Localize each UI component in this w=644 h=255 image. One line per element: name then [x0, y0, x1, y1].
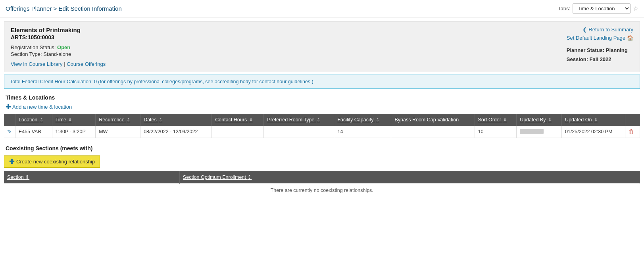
- create-coexisting-btn[interactable]: ✚ Create new coexisting relationship: [4, 155, 100, 168]
- row-recurrence: MW: [96, 126, 140, 138]
- row-dates: 08/22/2022 - 12/09/2022: [140, 126, 212, 138]
- row-bypass: [391, 126, 475, 138]
- sort-time[interactable]: Time ⇕: [56, 117, 72, 123]
- credit-hour-notice: Total Federal Credit Hour Calculation: 0…: [4, 75, 640, 89]
- home-icon: 🏠: [627, 35, 633, 41]
- add-circle-icon: ✚: [6, 103, 11, 111]
- return-to-summary-link[interactable]: ❮ Return to Summary: [567, 27, 633, 33]
- row-location: E455 VAB: [15, 126, 52, 138]
- planner-status: Planner Status: Planning: [567, 47, 633, 53]
- coexisting-heading: Coexisting Sections (meets with): [0, 143, 644, 153]
- col-header-delete: [625, 114, 640, 126]
- col-header-recurrence: Recurrence ⇕: [96, 114, 140, 126]
- times-locations-heading: Times & Locations: [0, 92, 644, 102]
- row-facility-cap: 14: [334, 126, 391, 138]
- col-header-updated-by: Updated By ⇕: [517, 114, 562, 126]
- reg-status-value: Open: [57, 44, 70, 50]
- chevron-left-icon: ❮: [582, 27, 587, 33]
- coexist-col-optimum: Section Optimum Enrollment ⇕: [179, 171, 640, 184]
- course-offerings-link[interactable]: Course Offerings: [67, 61, 106, 67]
- session-info: Session: Fall 2022: [567, 56, 633, 62]
- course-code: ARTS:1050:0003: [11, 34, 106, 40]
- info-card-left: Elements of Printmaking ARTS:1050:0003 R…: [11, 27, 106, 67]
- view-course-library-link[interactable]: View in Course Library: [11, 61, 63, 67]
- info-card: Elements of Printmaking ARTS:1050:0003 R…: [4, 21, 640, 72]
- tabs-area: Tabs: Time & Location General Enrollment…: [558, 3, 638, 14]
- sort-facility-cap[interactable]: Facility Capacity ⇕: [337, 117, 379, 123]
- times-locations-table-wrapper: Location ⇕ Time ⇕ Recurrence ⇕ Dates ⇕ C…: [0, 114, 644, 138]
- view-links: View in Course Library | Course Offering…: [11, 61, 106, 67]
- row-contact-hours: [212, 126, 264, 138]
- edit-icon[interactable]: ✎: [7, 128, 12, 135]
- blurred-updated-by: [520, 129, 544, 134]
- sort-location[interactable]: Location ⇕: [19, 117, 43, 123]
- info-card-right: ❮ Return to Summary Set Default Landing …: [567, 27, 633, 62]
- row-sort-order: 10: [475, 126, 517, 138]
- tabs-dropdown[interactable]: Time & Location General Enrollment Notes: [573, 3, 631, 14]
- col-header-updated-on: Updated On ⇕: [561, 114, 625, 126]
- sort-updated-by[interactable]: Updated By ⇕: [520, 117, 552, 123]
- coexist-col-section: Section ⇕: [4, 171, 179, 184]
- set-default-landing-link[interactable]: Set Default Landing Page 🏠: [567, 35, 633, 41]
- row-updated-by: [517, 126, 562, 138]
- coexisting-empty-message: There are currently no coexisting relati…: [4, 184, 640, 197]
- page-header: Offerings Planner > Edit Section Informa…: [0, 0, 644, 17]
- sort-sort-order[interactable]: Sort Order ⇕: [478, 117, 507, 123]
- return-summary-container: ❮ Return to Summary: [567, 27, 633, 33]
- table-row: ✎ E455 VAB 1:30P - 3:20P MW 08/22/2022 -…: [4, 126, 640, 138]
- registration-status: Registration Status: Open: [11, 44, 106, 50]
- set-default-container: Set Default Landing Page 🏠: [567, 35, 633, 41]
- col-header-preferred-room: Preferred Room Type ⇕: [264, 114, 334, 126]
- favorite-icon[interactable]: ☆: [633, 5, 638, 12]
- reg-status-label: Registration Status:: [11, 44, 57, 50]
- row-edit-cell[interactable]: ✎: [4, 126, 15, 138]
- col-header-sort-order: Sort Order ⇕: [475, 114, 517, 126]
- col-header-contact-hours: Contact Hours ⇕: [212, 114, 264, 126]
- sort-coexist-optimum[interactable]: Section Optimum Enrollment ⇕: [183, 174, 252, 180]
- col-header-time: Time ⇕: [52, 114, 96, 126]
- row-time: 1:30P - 3:20P: [52, 126, 96, 138]
- times-locations-table: Location ⇕ Time ⇕ Recurrence ⇕ Dates ⇕ C…: [4, 114, 640, 138]
- plus-circle-icon: ✚: [9, 158, 14, 165]
- col-header-facility-cap: Facility Capacity ⇕: [334, 114, 391, 126]
- add-time-location-link[interactable]: ✚ Add a new time & location: [0, 102, 77, 114]
- sort-recurrence[interactable]: Recurrence ⇕: [99, 117, 130, 123]
- coexisting-table: Section ⇕ Section Optimum Enrollment ⇕ T…: [4, 171, 640, 197]
- row-updated-on: 01/25/2022 02:30 PM: [561, 126, 625, 138]
- coexisting-section: ✚ Create new coexisting relationship Sec…: [0, 153, 644, 197]
- section-type: Section Type: Stand-alone: [11, 51, 106, 57]
- section-type-value: Stand-alone: [43, 51, 71, 57]
- section-type-label: Section Type:: [11, 51, 43, 57]
- sort-updated-on[interactable]: Updated On ⇕: [565, 117, 598, 123]
- sort-preferred-room[interactable]: Preferred Room Type ⇕: [267, 117, 320, 123]
- sort-coexist-section[interactable]: Section ⇕: [7, 174, 29, 180]
- tabs-label: Tabs:: [558, 6, 570, 12]
- coexisting-empty-row: There are currently no coexisting relati…: [4, 184, 640, 197]
- col-header-location: Location ⇕: [15, 114, 52, 126]
- sort-contact-hours[interactable]: Contact Hours ⇕: [215, 117, 252, 123]
- delete-icon[interactable]: 🗑: [629, 128, 634, 135]
- col-header-edit: [4, 114, 15, 126]
- sort-dates[interactable]: Dates ⇕: [144, 117, 162, 123]
- col-header-bypass: Bypass Room Cap Validation: [391, 114, 475, 126]
- breadcrumb: Offerings Planner > Edit Section Informa…: [6, 5, 122, 12]
- col-header-dates: Dates ⇕: [140, 114, 212, 126]
- row-preferred-room: [264, 126, 334, 138]
- row-delete-cell[interactable]: 🗑: [625, 126, 640, 138]
- course-title: Elements of Printmaking: [11, 27, 106, 33]
